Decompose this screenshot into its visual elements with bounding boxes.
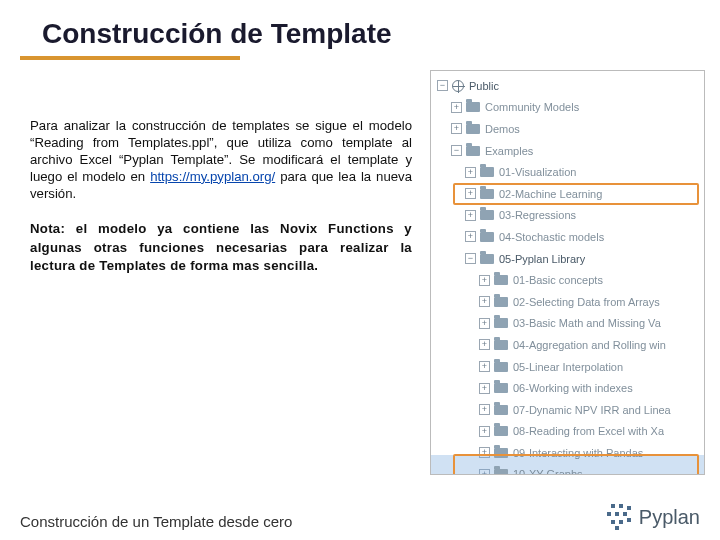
tree-label: 09-Interacting with Pandas — [513, 447, 643, 459]
tree-label: 08-Reading from Excel with Xa — [513, 425, 664, 437]
folder-icon — [480, 232, 494, 242]
tree-label: 05-Linear Interpolation — [513, 361, 623, 373]
tree-label: 04-Stochastic models — [499, 231, 604, 243]
expand-icon[interactable]: + — [479, 296, 490, 307]
tree-label: Public — [469, 80, 499, 92]
tree-item-demos[interactable]: + Demos — [435, 118, 704, 140]
expand-icon[interactable]: + — [479, 383, 490, 394]
folder-icon — [480, 210, 494, 220]
tree-label: 01-Visualization — [499, 166, 576, 178]
tree-label: Community Models — [485, 101, 579, 113]
expand-icon[interactable]: + — [465, 167, 476, 178]
body-text-column: Para analizar la construcción de templat… — [30, 70, 430, 475]
tree-label: 05-Pyplan Library — [499, 253, 585, 265]
tree-item[interactable]: +03-Regressions — [435, 205, 704, 227]
tree-item[interactable]: +02-Selecting Data from Arrays — [435, 291, 704, 313]
folder-icon — [494, 340, 508, 350]
folder-icon — [494, 297, 508, 307]
folder-icon — [494, 362, 508, 372]
tree-label: 04-Aggregation and Rolling win — [513, 339, 666, 351]
collapse-icon[interactable]: − — [437, 80, 448, 91]
tree-item[interactable]: +01-Basic concepts — [435, 269, 704, 291]
tree-label: Examples — [485, 145, 533, 157]
tree-label: 01-Basic concepts — [513, 274, 603, 286]
file-tree[interactable]: − Public + Community Models + Demos − Ex… — [431, 71, 704, 475]
folder-icon — [494, 426, 508, 436]
pyplan-link[interactable]: https://my.pyplan.org/ — [150, 169, 275, 184]
collapse-icon[interactable]: − — [451, 145, 462, 156]
expand-icon[interactable]: + — [479, 426, 490, 437]
tree-item[interactable]: +03-Basic Math and Missing Va — [435, 313, 704, 335]
tree-item[interactable]: +04-Stochastic models — [435, 226, 704, 248]
collapse-icon[interactable]: − — [465, 253, 476, 264]
folder-icon — [466, 124, 480, 134]
tree-root-public[interactable]: − Public — [435, 75, 704, 97]
pyplan-logo: Pyplan — [607, 504, 700, 530]
tree-label: 07-Dynamic NPV IRR and Linea — [513, 404, 671, 416]
tree-item-pyplan-library[interactable]: −05-Pyplan Library — [435, 248, 704, 270]
file-tree-panel: − Public + Community Models + Demos − Ex… — [430, 70, 705, 475]
folder-icon — [494, 383, 508, 393]
expand-icon[interactable]: + — [479, 469, 490, 475]
expand-icon[interactable]: + — [465, 210, 476, 221]
title-underline — [20, 56, 240, 60]
folder-icon — [494, 469, 508, 475]
tree-item[interactable]: +02-Machine Learning — [435, 183, 704, 205]
folder-icon — [494, 448, 508, 458]
note-paragraph: Nota: el modelo ya contiene las Novix Fu… — [30, 220, 412, 275]
globe-icon — [452, 80, 464, 92]
tree-item-examples[interactable]: − Examples — [435, 140, 704, 162]
expand-icon[interactable]: + — [465, 231, 476, 242]
expand-icon[interactable]: + — [451, 123, 462, 134]
folder-icon — [480, 167, 494, 177]
tree-item[interactable]: +07-Dynamic NPV IRR and Linea — [435, 399, 704, 421]
intro-paragraph: Para analizar la construcción de templat… — [30, 118, 412, 202]
logo-text: Pyplan — [639, 506, 700, 529]
footer-text: Construcción de un Template desde cero — [20, 513, 292, 530]
folder-icon — [494, 318, 508, 328]
tree-label: 02-Selecting Data from Arrays — [513, 296, 660, 308]
folder-icon — [494, 275, 508, 285]
tree-label: Demos — [485, 123, 520, 135]
expand-icon[interactable]: + — [479, 404, 490, 415]
tree-label: 06-Working with indexes — [513, 382, 633, 394]
folder-icon — [480, 254, 494, 264]
folder-icon — [494, 405, 508, 415]
tree-item[interactable]: +08-Reading from Excel with Xa — [435, 421, 704, 443]
expand-icon[interactable]: + — [465, 188, 476, 199]
tree-item[interactable]: +10-XY Graphs — [435, 464, 704, 475]
expand-icon[interactable]: + — [479, 339, 490, 350]
tree-item[interactable]: +09-Interacting with Pandas — [435, 442, 704, 464]
tree-label: 03-Basic Math and Missing Va — [513, 317, 661, 329]
tree-item[interactable]: +06-Working with indexes — [435, 377, 704, 399]
folder-icon — [466, 146, 480, 156]
expand-icon[interactable]: + — [479, 275, 490, 286]
expand-icon[interactable]: + — [451, 102, 462, 113]
expand-icon[interactable]: + — [479, 447, 490, 458]
logo-mark-icon — [607, 504, 633, 530]
tree-label: 03-Regressions — [499, 209, 576, 221]
folder-icon — [480, 189, 494, 199]
tree-item[interactable]: +01-Visualization — [435, 161, 704, 183]
expand-icon[interactable]: + — [479, 318, 490, 329]
tree-label: 02-Machine Learning — [499, 188, 602, 200]
page-title: Construcción de Template — [0, 0, 720, 56]
expand-icon[interactable]: + — [479, 361, 490, 372]
folder-icon — [466, 102, 480, 112]
tree-item[interactable]: +05-Linear Interpolation — [435, 356, 704, 378]
tree-item-community[interactable]: + Community Models — [435, 97, 704, 119]
tree-label: 10-XY Graphs — [513, 468, 583, 475]
tree-item[interactable]: +04-Aggregation and Rolling win — [435, 334, 704, 356]
